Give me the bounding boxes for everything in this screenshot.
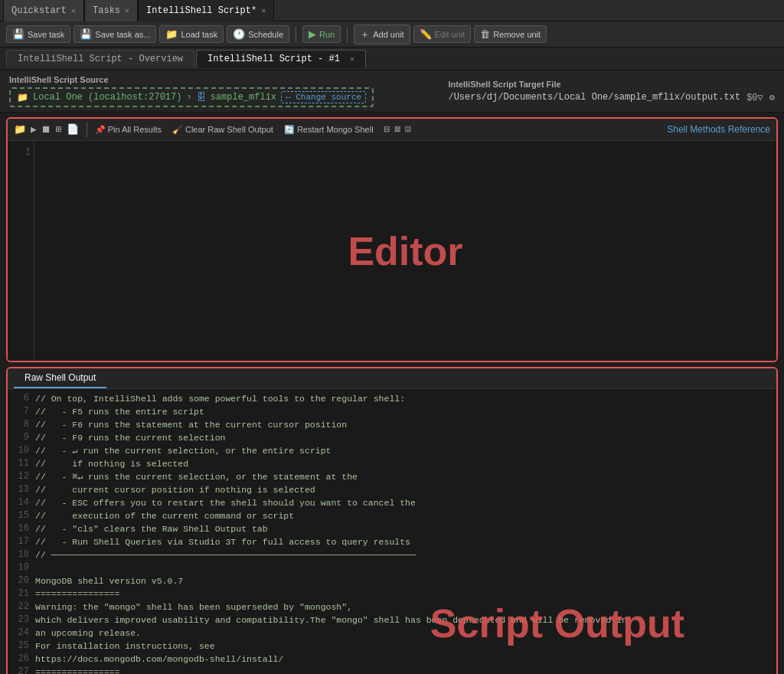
tab-intellishell-label: IntelliShell Script*: [146, 5, 256, 16]
schedule-label: Schedule: [248, 30, 283, 39]
line-content: // On top, IntelliShell adds some powerf…: [35, 392, 405, 405]
output-line: 25For installation instructions, see: [14, 640, 770, 653]
load-task-button[interactable]: 📁 Load task: [159, 25, 224, 43]
arrow-icon: ›: [186, 92, 191, 103]
line-content: // - F6 runs the statement at the curren…: [35, 418, 347, 431]
save-task-icon: 💾: [12, 28, 24, 40]
line-content: https://docs.mongodb.com/mongodb-shell/i…: [35, 653, 283, 666]
line-content: ================: [35, 587, 119, 600]
run-button[interactable]: ▶ Run: [302, 25, 341, 43]
line-content: Warning: the "mongo" shell has been supe…: [35, 600, 352, 613]
line-content: For installation instructions, see: [35, 640, 215, 653]
line-number: 19: [14, 561, 35, 574]
editor-body: 1 Editor: [8, 141, 776, 361]
save-task-label: Save task: [28, 30, 64, 39]
editor-doc-icon[interactable]: 📄: [67, 123, 79, 136]
output-line: 27================: [14, 666, 770, 674]
editor-layout1-icon[interactable]: ⊟: [384, 123, 390, 136]
add-unit-button[interactable]: ＋ Add unit: [354, 25, 410, 44]
editor-content[interactable]: Editor: [34, 141, 776, 361]
output-body[interactable]: 6// On top, IntelliShell adds some power…: [8, 389, 776, 674]
line-number: 6: [14, 392, 35, 405]
restart-label: Restart Mongo Shell: [297, 125, 374, 134]
raw-shell-output-tab[interactable]: Raw Shell Output: [14, 368, 106, 388]
top-tab-bar: Quickstart ✕ Tasks ✕ IntelliShell Script…: [0, 0, 784, 21]
tab-tasks-close[interactable]: ✕: [125, 6, 129, 15]
target-file-icon[interactable]: ⚙: [769, 92, 775, 103]
editor-layout3-icon[interactable]: ⊡: [405, 123, 411, 136]
editor-line-numbers: 1: [8, 141, 34, 361]
line-number: 11: [14, 457, 35, 470]
output-line: 17// - Run Shell Queries via Studio 3T f…: [14, 535, 770, 548]
save-task-as-label: Save task as...: [95, 30, 150, 39]
editor-folder-icon[interactable]: 📁: [14, 123, 26, 136]
editor-grid-icon[interactable]: ⊞: [56, 123, 62, 136]
line-number: 8: [14, 418, 35, 431]
tab-quickstart[interactable]: Quickstart ✕: [3, 0, 84, 21]
sub-tab-unit1-label: IntelliShell Script - #1: [207, 54, 340, 64]
save-task-as-icon: 💾: [80, 28, 92, 40]
line-content: // - Run Shell Queries via Studio 3T for…: [35, 535, 410, 548]
sub-tab-overview[interactable]: IntelliShell Script - Overview: [6, 50, 194, 67]
output-line: 10// - ↵ run the current selection, or t…: [14, 444, 770, 457]
line-content: an upcoming release.: [35, 627, 141, 640]
shell-methods-reference-link[interactable]: Shell Methods Reference: [667, 124, 770, 135]
line-number: 24: [14, 627, 35, 640]
pin-all-results-button[interactable]: 📌 Pin All Results: [95, 125, 162, 135]
sub-tab-bar: IntelliShell Script - Overview IntelliSh…: [0, 47, 784, 70]
clear-shell-output-button[interactable]: 🧹 Clear Raw Shell Output: [172, 125, 273, 135]
line-content: // - ⌘↵ runs the current selection, or t…: [35, 470, 358, 483]
pin-icon: 📌: [95, 125, 106, 135]
edit-unit-button[interactable]: ✏️ Edit unit: [413, 25, 472, 43]
target-path-text: /Users/dj/Documents/Local One/sample_mfl…: [448, 92, 740, 103]
line-content: // execution of the current command or s…: [35, 509, 294, 522]
change-source-button[interactable]: ↔ Change source: [281, 91, 366, 103]
tab-quickstart-close[interactable]: ✕: [71, 6, 76, 15]
output-line: 15// execution of the current command or…: [14, 509, 770, 522]
line-content: which delivers improved usability and co…: [35, 613, 627, 627]
line-content: // ─────────────────────────────────────…: [35, 548, 416, 561]
line-content: // current cursor position if nothing is…: [35, 483, 315, 496]
schedule-button[interactable]: 🕐 Schedule: [227, 25, 289, 43]
sub-tab-unit1-close[interactable]: ✕: [350, 55, 354, 64]
main-toolbar: 💾 Save task 💾 Save task as... 📁 Load tas…: [0, 21, 784, 47]
clear-label: Clear Raw Shell Output: [185, 125, 273, 134]
tab-intellishell-close[interactable]: ✕: [261, 6, 266, 15]
tab-tasks[interactable]: Tasks ✕: [84, 0, 138, 21]
line-number: 18: [14, 548, 35, 561]
output-line: 6// On top, IntelliShell adds some power…: [14, 392, 770, 405]
output-line: 13// current cursor position if nothing …: [14, 483, 770, 496]
save-task-button[interactable]: 💾 Save task: [6, 25, 70, 43]
add-unit-label: Add unit: [373, 30, 403, 39]
editor-toolbar: 📁 ▶ ⏹ ⊞ 📄 📌 Pin All Results 🧹 Clear Raw …: [8, 119, 776, 141]
target-label: IntelliShell Script Target File: [448, 80, 775, 89]
editor-stop-icon[interactable]: ⏹: [41, 124, 51, 136]
editor-layout2-icon[interactable]: ⊠: [394, 123, 400, 136]
output-section: Raw Shell Output 6// On top, IntelliShel…: [6, 367, 778, 674]
line-number: 14: [14, 496, 35, 509]
editor-play-icon[interactable]: ▶: [31, 123, 37, 136]
output-line: 8// - F6 runs the statement at the curre…: [14, 418, 770, 431]
remove-unit-label: Remove unit: [493, 30, 541, 39]
sub-tab-unit1[interactable]: IntelliShell Script - #1 ✕: [196, 50, 366, 67]
db-icon: 🗄: [197, 92, 206, 103]
tab-intellishell-script[interactable]: IntelliShell Script* ✕: [138, 0, 274, 21]
line-number: 13: [14, 483, 35, 496]
line-content: // - ↵ run the current selection, or the…: [35, 444, 332, 457]
output-line: 12// - ⌘↵ runs the current selection, or…: [14, 470, 770, 483]
line-number: 7: [14, 405, 35, 418]
restart-mongo-shell-button[interactable]: 🔄 Restart Mongo Shell: [284, 125, 374, 135]
line-number: 12: [14, 470, 35, 483]
target-options[interactable]: $0▽: [746, 92, 763, 103]
source-path: 📁 Local One (localhost:27017) › 🗄 sample…: [9, 87, 374, 107]
line-number: 17: [14, 535, 35, 548]
folder-icon: 📁: [17, 92, 28, 103]
clear-icon: 🧹: [172, 125, 183, 135]
remove-unit-button[interactable]: 🗑 Remove unit: [474, 25, 547, 43]
line-content: // if nothing is selected: [35, 457, 188, 470]
toolbar-sep-1: [296, 27, 296, 42]
output-line: 19: [14, 561, 770, 574]
remove-unit-icon: 🗑: [480, 28, 490, 40]
save-task-as-button[interactable]: 💾 Save task as...: [74, 25, 156, 43]
source-left: IntelliShell Script Source 📁 Local One (…: [9, 75, 374, 107]
